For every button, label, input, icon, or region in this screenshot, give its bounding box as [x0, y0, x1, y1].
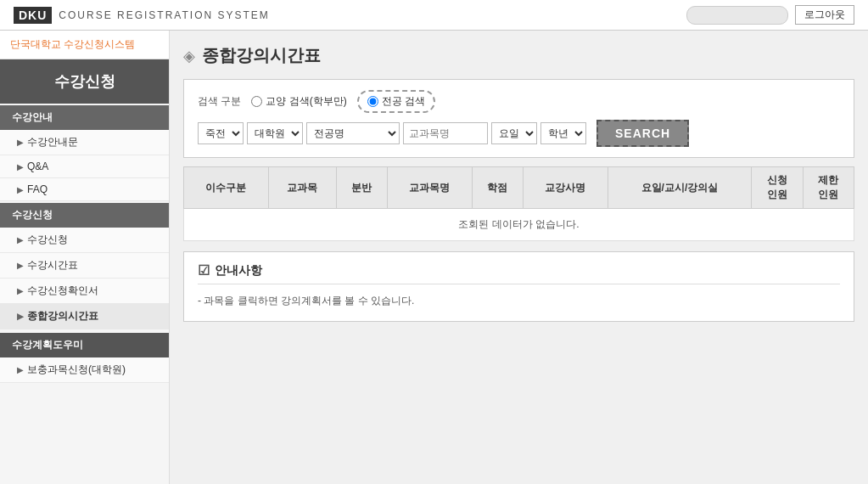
user-field: [686, 6, 788, 25]
filter-course-name[interactable]: [403, 122, 488, 144]
sidebar-item-label: 수강신청: [27, 233, 68, 247]
arrow-icon: ▶: [17, 138, 24, 147]
filter-row: 죽전 천안 대학원 학부 전공명 요일 월 화 수 목 금: [198, 120, 840, 147]
sidebar-item-label: 수강시간표: [27, 258, 78, 273]
sidebar-brand: 단국대학교 수강신청시스템: [0, 31, 169, 59]
sidebar-item-faq[interactable]: ▶ FAQ: [0, 178, 169, 201]
search-type-label: 검색 구분: [198, 94, 241, 109]
filter-major[interactable]: 전공명: [306, 122, 400, 144]
col-jehan-inwon: 제한인원: [803, 167, 854, 209]
arrow-icon: ▶: [17, 261, 24, 270]
data-table: 이수구분 교과목 분반 교과목명 학점 교강사명 요일/교시/강의실 신청인원 …: [183, 166, 854, 241]
page-title: 종합강의시간표: [202, 44, 321, 67]
radio-liberal-input[interactable]: [251, 96, 262, 107]
arrow-icon: ▶: [17, 286, 24, 295]
sidebar-section-header-3: 수강계획도우미: [0, 333, 169, 357]
notice-item-1: 과목을 클릭하면 강의계획서를 볼 수 있습니다.: [198, 291, 840, 311]
sidebar-item-sugang-annaemun[interactable]: ▶ 수강안내문: [0, 130, 169, 155]
sidebar-item-label: 종합강의시간표: [27, 309, 98, 324]
sidebar-main-title: 수강신청: [0, 59, 169, 104]
system-title: COURSE REGISTRATION SYSTEM: [59, 9, 269, 21]
sidebar-item-qna[interactable]: ▶ Q&A: [0, 155, 169, 178]
search-button[interactable]: SEARCH: [596, 120, 689, 147]
table-empty-message: 조회된 데이터가 없습니다.: [184, 209, 854, 241]
top-right: 로그아웃: [686, 5, 854, 25]
layout: 단국대학교 수강신청시스템 수강신청 수강안내 ▶ 수강안내문 ▶ Q&A ▶ …: [0, 31, 868, 484]
sidebar-item-label: 보충과목신청(대학원): [27, 363, 126, 377]
sidebar-section-header-2: 수강신청: [0, 203, 169, 228]
filter-day[interactable]: 요일 월 화 수 목 금: [491, 122, 537, 144]
sidebar-item-bocheul[interactable]: ▶ 보충과목신청(대학원): [0, 357, 169, 383]
col-gyogwamok: 교과목: [268, 167, 336, 209]
sidebar-brand-university: 단국대학교: [10, 38, 61, 50]
page-title-area: ◈ 종합강의시간표: [183, 44, 854, 67]
arrow-icon: ▶: [17, 185, 24, 194]
col-gyogwamokname: 교과목명: [388, 167, 473, 209]
arrow-icon: ▶: [17, 235, 24, 245]
filter-campus[interactable]: 죽전 천안: [198, 122, 244, 144]
radio-group: 교양 검색(학부만) 전공 검색: [251, 90, 435, 113]
sidebar-item-sugang-sigantable[interactable]: ▶ 수강시간표: [0, 253, 169, 279]
search-panel: 검색 구분 교양 검색(학부만) 전공 검색 죽전 천안: [183, 79, 854, 158]
filter-year[interactable]: 학년 1 2 3 4: [540, 122, 586, 144]
filter-college[interactable]: 대학원 학부: [247, 122, 303, 144]
arrow-icon: ▶: [17, 162, 24, 172]
radio-liberal-label: 교양 검색(학부만): [266, 94, 346, 109]
sidebar-item-label: Q&A: [27, 160, 48, 172]
arrow-icon: ▶: [17, 312, 24, 321]
top-header: DKU COURSE REGISTRATION SYSTEM 로그아웃: [0, 0, 868, 31]
logo-area: DKU COURSE REGISTRATION SYSTEM: [14, 7, 270, 24]
notice-box: ☑ 안내사항 과목을 클릭하면 강의계획서를 볼 수 있습니다.: [183, 251, 854, 322]
col-hakjeom: 학점: [472, 167, 523, 209]
logo: DKU: [14, 7, 52, 24]
notice-title: ☑ 안내사항: [198, 262, 840, 284]
col-gyogangsa: 교강사명: [524, 167, 608, 209]
sidebar-item-label: FAQ: [27, 183, 48, 195]
table-header-row: 이수구분 교과목 분반 교과목명 학점 교강사명 요일/교시/강의실 신청인원 …: [184, 167, 854, 209]
sidebar-item-sugang-sinchong[interactable]: ▶ 수강신청: [0, 228, 169, 253]
sidebar-item-sugang-hwaginseo[interactable]: ▶ 수강신청확인서: [0, 279, 169, 304]
sidebar-item-label: 수강안내문: [27, 135, 78, 149]
search-type-row: 검색 구분 교양 검색(학부만) 전공 검색: [198, 90, 840, 113]
radio-major[interactable]: 전공 검색: [357, 90, 435, 113]
radio-major-input[interactable]: [367, 96, 378, 107]
sidebar-brand-sub: 수강신청시스템: [64, 38, 135, 50]
table-empty-row: 조회된 데이터가 없습니다.: [184, 209, 854, 241]
radio-major-label: 전공 검색: [382, 94, 425, 109]
arrow-icon: ▶: [17, 365, 24, 374]
col-isugubun: 이수구분: [184, 167, 269, 209]
notice-check-icon: ☑: [198, 262, 210, 279]
title-tag-icon: ◈: [183, 47, 195, 65]
col-yoil-gyosi-gangiil: 요일/교시/강의실: [608, 167, 751, 209]
sidebar-item-jonghap-gangi[interactable]: ▶ 종합강의시간표: [0, 304, 169, 329]
main-content: ◈ 종합강의시간표 검색 구분 교양 검색(학부만) 전공 검색: [170, 31, 868, 484]
notice-title-text: 안내사항: [215, 263, 262, 279]
col-bunban: 분반: [336, 167, 387, 209]
sidebar-section-header-1: 수강안내: [0, 105, 169, 130]
sidebar-item-label: 수강신청확인서: [27, 284, 98, 298]
radio-liberal[interactable]: 교양 검색(학부만): [251, 94, 346, 109]
sidebar: 단국대학교 수강신청시스템 수강신청 수강안내 ▶ 수강안내문 ▶ Q&A ▶ …: [0, 31, 170, 484]
col-sinchong-inwon: 신청인원: [752, 167, 803, 209]
logout-button[interactable]: 로그아웃: [795, 5, 854, 25]
